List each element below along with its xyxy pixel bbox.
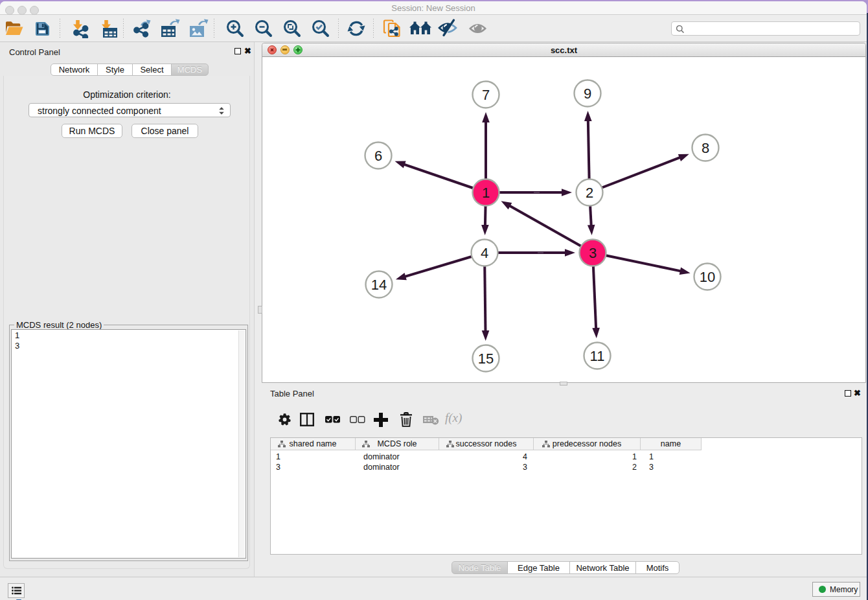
svg-text:7: 7 <box>482 87 490 103</box>
svg-text:9: 9 <box>584 86 591 102</box>
svg-text:2: 2 <box>586 185 593 201</box>
svg-text:14: 14 <box>371 277 387 293</box>
svg-text:6: 6 <box>374 148 382 164</box>
svg-text:11: 11 <box>590 348 605 364</box>
svg-text:15: 15 <box>478 351 494 367</box>
svg-text:8: 8 <box>702 140 709 156</box>
svg-text:1: 1 <box>482 185 490 201</box>
svg-text:4: 4 <box>481 245 488 261</box>
svg-text:3: 3 <box>589 245 597 261</box>
svg-text:10: 10 <box>700 269 715 285</box>
